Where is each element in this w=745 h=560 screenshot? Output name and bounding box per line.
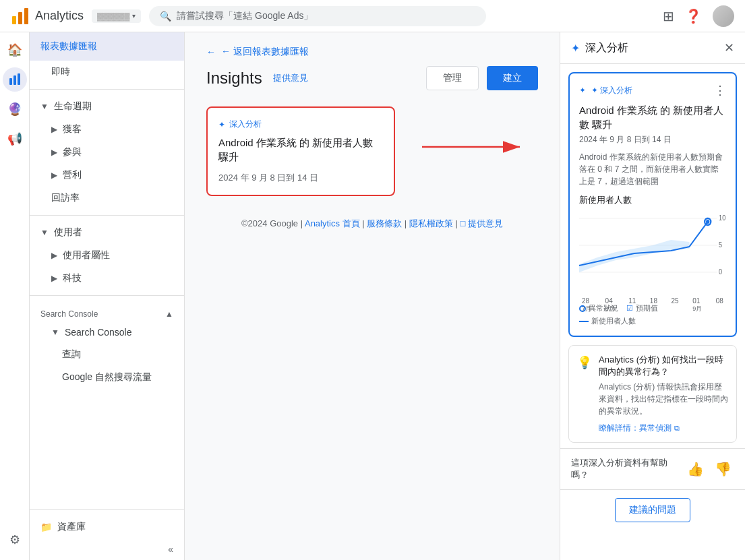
content-footer: ©2024 Google | Analytics 首頁 | 服務條款 | 隱私權…	[206, 218, 538, 230]
chart-area: 10 5 0 287月 048月 11 18 25 019月 08	[579, 212, 726, 299]
sidebar-item-tech[interactable]: ▶ 科技	[30, 267, 184, 290]
detail-more-icon[interactable]: ⋮	[714, 83, 726, 98]
svg-marker-11	[579, 240, 690, 272]
nav-header-reports[interactable]: 報表數據匯報	[30, 32, 184, 61]
acquisition-label: 獲客	[63, 123, 82, 135]
info-text: Analytics (分析) 如何找出一段時間內的異常行為？ Analytics…	[599, 354, 728, 434]
retention-label: 回訪率	[51, 192, 80, 204]
search-bar[interactable]: 🔍 請嘗試搜尋「連結 Google Ads」	[149, 6, 486, 26]
sidebar-item-query[interactable]: 查詢	[30, 343, 184, 366]
query-label: 查詢	[62, 348, 81, 361]
info-title: Analytics (分析) 如何找出一段時間內的異常行為？	[599, 354, 728, 378]
user-attr-label: 使用者屬性	[63, 249, 110, 261]
nav-home-icon[interactable]: 🏠	[3, 38, 27, 62]
footer-link-analytics[interactable]: Analytics 首頁	[305, 218, 360, 228]
suggest-button[interactable]: 建議的問題	[615, 498, 690, 522]
page-title-row: Insights 提供意見 管理 建立	[206, 66, 538, 90]
avatar[interactable]	[713, 5, 734, 27]
nav-divider-4	[30, 509, 184, 510]
panel-spark-icon: ✦	[571, 42, 580, 55]
search-console-expand[interactable]: ▲	[165, 309, 173, 319]
user-expand-icon: ▼	[40, 228, 49, 237]
badge-label: 深入分析	[229, 119, 262, 130]
info-content: 💡 Analytics (分析) 如何找出一段時間內的異常行為？ Analyti…	[577, 354, 728, 434]
sc-expand-icon: ▼	[51, 328, 59, 337]
svg-rect-5	[18, 73, 20, 85]
help-icon[interactable]: ❓	[685, 8, 702, 24]
account-selector[interactable]: ▓▓▓▓▓▓ ▾	[92, 9, 141, 23]
nav-reports-icon[interactable]	[3, 67, 27, 92]
thumbs-up-button[interactable]: 👍	[684, 458, 707, 480]
arrow-container	[422, 106, 530, 160]
svg-rect-2	[24, 8, 28, 24]
sidebar-item-lifecycle[interactable]: ▼ 生命週期	[30, 95, 184, 118]
footer-link-terms[interactable]: 服務條款	[367, 218, 402, 228]
top-header: Analytics ▓▓▓▓▓▓ ▾ 🔍 請嘗試搜尋「連結 Google Ads…	[0, 0, 745, 32]
main-wrapper: 🏠 🔮 📢 ⚙ 報表數據匯報 即時 ▼ 生命週期 ▶ 獲客 ▶ 參與	[0, 32, 745, 560]
sidebar-item-monetization[interactable]: ▶ 營利	[30, 164, 184, 187]
search-icon: 🔍	[160, 11, 171, 22]
sidebar-item-user[interactable]: ▼ 使用者	[30, 221, 184, 244]
create-button[interactable]: 建立	[487, 66, 538, 90]
detail-title: Android 作業系統 的 新使用者人數 驟升	[579, 103, 726, 131]
collapse-button[interactable]: «	[30, 538, 184, 560]
organic-label: Google 自然搜尋流量	[62, 371, 152, 383]
insight-card[interactable]: ✦ 深入分析 Android 作業系統 的 新使用者人數 驟升 2024 年 9…	[206, 106, 395, 196]
user-label: 使用者	[54, 226, 82, 239]
sidebar-item-user-attr[interactable]: ▶ 使用者屬性	[30, 244, 184, 267]
thumbs-down-button[interactable]: 👎	[712, 458, 734, 480]
feedback-row: 這項深入分析資料有幫助嗎？ 👍 👎	[560, 448, 745, 489]
lifecycle-expand-icon: ▼	[40, 102, 49, 111]
nav-explore-icon[interactable]: 🔮	[3, 97, 27, 121]
user-attr-expand-icon: ▶	[51, 251, 57, 260]
sidebar-item-realtime[interactable]: 即時	[30, 61, 184, 84]
feedback-link[interactable]: 提供意見	[273, 72, 308, 84]
nav-divider-3	[30, 295, 184, 296]
line-chart: 10 5 0	[579, 212, 726, 292]
footer-link-privacy[interactable]: 隱私權政策	[409, 218, 453, 228]
detail-date: 2024 年 9 月 8 日到 14 日	[579, 134, 726, 146]
nav-advertise-icon[interactable]: 📢	[3, 127, 27, 151]
legend-metric: 新使用者人數	[579, 316, 726, 326]
breadcrumb[interactable]: ← ← 返回報表數據匯報	[206, 46, 538, 58]
tech-expand-icon: ▶	[51, 274, 57, 283]
sidebar-item-organic[interactable]: Google 自然搜尋流量	[30, 366, 184, 389]
info-link-label: 瞭解詳情：異常偵測	[599, 423, 672, 434]
metric-line-icon	[579, 321, 589, 322]
nav-settings-icon[interactable]: ⚙	[3, 528, 27, 552]
arrow-icon	[422, 133, 530, 160]
search-placeholder: 請嘗試搜尋「連結 Google Ads」	[177, 10, 313, 22]
manage-button[interactable]: 管理	[426, 66, 479, 90]
nav-divider-2	[30, 215, 184, 216]
bulb-icon: 💡	[577, 355, 592, 434]
acquisition-expand-icon: ▶	[51, 125, 57, 134]
insight-section: ✦ 深入分析 Android 作業系統 的 新使用者人數 驟升 2024 年 9…	[206, 106, 538, 196]
search-console-section: Search Console ▲	[30, 301, 184, 321]
sidebar-item-engagement[interactable]: ▶ 參與	[30, 141, 184, 164]
content-area: ← ← 返回報表數據匯報 Insights 提供意見 管理 建立 ✦ 深入分析 …	[185, 32, 560, 560]
sidebar-item-retention[interactable]: 回訪率	[30, 187, 184, 210]
chart-x-labels: 287月 048月 11 18 25 019月 08	[579, 297, 726, 313]
metric-title: 新使用者人數	[579, 194, 726, 206]
nav-sidebar: 報表數據匯報 即時 ▼ 生命週期 ▶ 獲客 ▶ 參與 ▶ 營利 回訪率 ▼ 使用…	[30, 32, 185, 560]
right-panel-header: ✦ 深入分析 ✕	[560, 32, 745, 64]
reports-icon	[8, 73, 22, 86]
back-arrow-icon: ←	[206, 46, 216, 57]
detail-badge-label: ✦ 深入分析	[591, 85, 632, 96]
sidebar-item-search-console[interactable]: ▼ Search Console	[30, 321, 184, 343]
insight-card-date: 2024 年 9 月 8 日到 14 日	[218, 172, 383, 184]
footer-link-feedback[interactable]: □ 提供意見	[460, 218, 502, 228]
feedback-question: 這項深入分析資料有幫助嗎？	[571, 457, 679, 481]
nav-assets[interactable]: 📁 資產庫	[30, 516, 184, 538]
info-section: 💡 Analytics (分析) 如何找出一段時間內的異常行為？ Analyti…	[568, 345, 737, 443]
page-title: Insights	[206, 69, 262, 88]
close-button[interactable]: ✕	[724, 40, 734, 55]
info-link[interactable]: 瞭解詳情：異常偵測 ⧉	[599, 423, 728, 434]
svg-rect-1	[18, 12, 22, 24]
monetization-expand-icon: ▶	[51, 170, 57, 180]
apps-icon[interactable]: ⊞	[663, 8, 674, 24]
tech-label: 科技	[63, 272, 82, 284]
sc-label: Search Console	[65, 327, 132, 338]
insight-badge: ✦ 深入分析	[218, 119, 383, 130]
sidebar-item-acquisition[interactable]: ▶ 獲客	[30, 118, 184, 141]
